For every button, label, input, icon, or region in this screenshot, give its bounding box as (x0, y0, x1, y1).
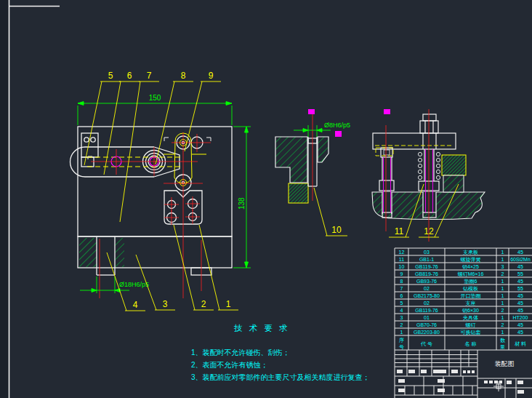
balloon-8: 8 (181, 71, 186, 81)
svg-text:夹具体: 夹具体 (463, 315, 478, 321)
svg-text:1: 1 (501, 330, 504, 335)
svg-text:2: 2 (501, 271, 504, 276)
svg-text:1: 1 (501, 286, 504, 291)
balloon-12: 12 (424, 226, 434, 236)
balloon-1: 1 (226, 299, 231, 309)
right-hatch-block (443, 175, 464, 192)
section10-dense-block (289, 183, 308, 203)
svg-text:螺钉: 螺钉 (466, 322, 476, 327)
magnify-label-mark (335, 131, 342, 137)
dim-pin-fit: Ø8H6/p5 (324, 122, 350, 129)
dim-height-138: 138 (238, 197, 246, 210)
svg-text:60Si2Mn: 60Si2Mn (510, 257, 531, 262)
svg-text:12: 12 (399, 250, 405, 255)
tech-line-1: 1、装配时不允许碰伤、刮伤； (191, 349, 290, 357)
svg-text:45: 45 (517, 301, 523, 306)
svg-text:开口垫圈: 开口垫圈 (461, 293, 481, 299)
balloon-3: 3 (163, 299, 168, 309)
svg-text:55: 55 (517, 286, 523, 291)
svg-text:1: 1 (501, 301, 504, 306)
svg-text:45: 45 (517, 322, 523, 327)
balloon-7: 7 (147, 71, 152, 81)
balloon-5: 5 (108, 71, 113, 81)
svg-text:数: 数 (500, 338, 506, 343)
svg-text:55: 55 (517, 271, 523, 276)
svg-text:材 料: 材 料 (515, 341, 526, 347)
assembly-drawing: 150 138 Ø18H6/p5 Ø8H6/p5 5 6 7 8 9 4 3 2… (0, 0, 532, 398)
svg-text:2: 2 (501, 308, 504, 313)
balloon-9: 9 (209, 71, 214, 81)
svg-text:11: 11 (399, 257, 404, 262)
svg-text:45: 45 (517, 250, 523, 255)
svg-text:GB119-76: GB119-76 (415, 264, 438, 269)
svg-text:GB819-76: GB819-76 (415, 271, 438, 276)
svg-text:45: 45 (517, 330, 523, 335)
svg-text:GB2203-80: GB2203-80 (414, 330, 440, 335)
svg-text:号: 号 (399, 344, 404, 349)
svg-text:7: 7 (400, 286, 403, 291)
svg-text:GB93-76: GB93-76 (416, 279, 437, 284)
dim-width-150: 150 (149, 94, 161, 102)
balloon-4: 4 (133, 300, 138, 310)
balloon-2: 2 (201, 299, 206, 309)
svg-text:支承板: 支承板 (463, 250, 478, 255)
tech-line-3: 3、装配前应对零部件的主要尺寸及相关精度进行复查； (191, 373, 370, 381)
svg-text:螺旋弹簧: 螺旋弹簧 (461, 257, 481, 263)
svg-text:销4×25: 销4×25 (462, 264, 479, 269)
svg-text:可换钻套: 可换钻套 (461, 330, 481, 335)
svg-text:10: 10 (399, 264, 405, 269)
tech-title: 技 术 要 求 (233, 324, 290, 333)
svg-text:序: 序 (399, 338, 404, 343)
svg-text:2: 2 (501, 322, 504, 327)
svg-text:45: 45 (517, 293, 523, 298)
svg-text:02: 02 (424, 301, 430, 306)
svg-text:4: 4 (400, 308, 403, 313)
base-hatch-left (79, 238, 97, 267)
base-hatch-right (115, 238, 124, 267)
svg-text:1: 1 (400, 330, 403, 335)
svg-text:2: 2 (400, 322, 403, 327)
svg-text:GB1-1: GB1-1 (419, 257, 434, 262)
balloon-10: 10 (331, 225, 342, 235)
svg-text:9: 9 (400, 271, 403, 276)
svg-text:03: 03 (424, 250, 430, 255)
cad-drawing-canvas: 150 138 Ø18H6/p5 Ø8H6/p5 5 6 7 8 9 4 3 2… (0, 0, 532, 398)
bom-row-11: 11GB1-1螺旋弹簧160Si2Mn (399, 257, 531, 263)
dim-slot-fit: Ø18H6/p5 (119, 281, 149, 288)
svg-text:钻模板: 钻模板 (462, 286, 478, 292)
section-label-mark (308, 109, 315, 114)
svg-text:1: 1 (501, 293, 504, 298)
sheet-margin (0, 0, 9, 398)
svg-text:6: 6 (400, 293, 403, 298)
balloon-11: 11 (395, 226, 404, 236)
svg-text:支座: 支座 (466, 301, 476, 306)
svg-text:45: 45 (517, 264, 523, 269)
svg-text:螺钉M6×16: 螺钉M6×16 (458, 271, 484, 276)
svg-text:45: 45 (517, 308, 523, 313)
svg-text:1: 1 (501, 279, 504, 284)
section-label-mark-2 (384, 109, 390, 114)
balloon-6: 6 (127, 71, 132, 81)
svg-text:名 称: 名 称 (465, 341, 477, 347)
svg-text:GB119-76: GB119-76 (415, 308, 438, 313)
svg-text:02: 02 (424, 286, 430, 291)
svg-text:代 号: 代 号 (420, 341, 432, 346)
svg-text:销6×30: 销6×30 (462, 308, 479, 313)
drawing-title: 装配图 (495, 360, 515, 367)
svg-text:1: 1 (501, 257, 504, 262)
hole-cut-mid (423, 192, 436, 214)
svg-text:45: 45 (517, 279, 523, 284)
svg-text:3: 3 (400, 315, 403, 320)
svg-text:1: 1 (501, 315, 504, 320)
svg-text:1: 1 (501, 250, 504, 255)
svg-text:3: 3 (501, 264, 504, 269)
svg-text:01: 01 (424, 315, 430, 320)
tech-line-2: 2、表面不允许有锈蚀； (191, 361, 268, 369)
svg-text:8: 8 (400, 279, 403, 284)
svg-text:HT200: HT200 (512, 315, 528, 320)
svg-text:GB2175-80: GB2175-80 (414, 293, 440, 298)
svg-text:垫圈6: 垫圈6 (464, 279, 477, 284)
right-dense-block (442, 155, 466, 175)
svg-text:量: 量 (500, 344, 505, 349)
svg-text:5: 5 (400, 301, 403, 306)
